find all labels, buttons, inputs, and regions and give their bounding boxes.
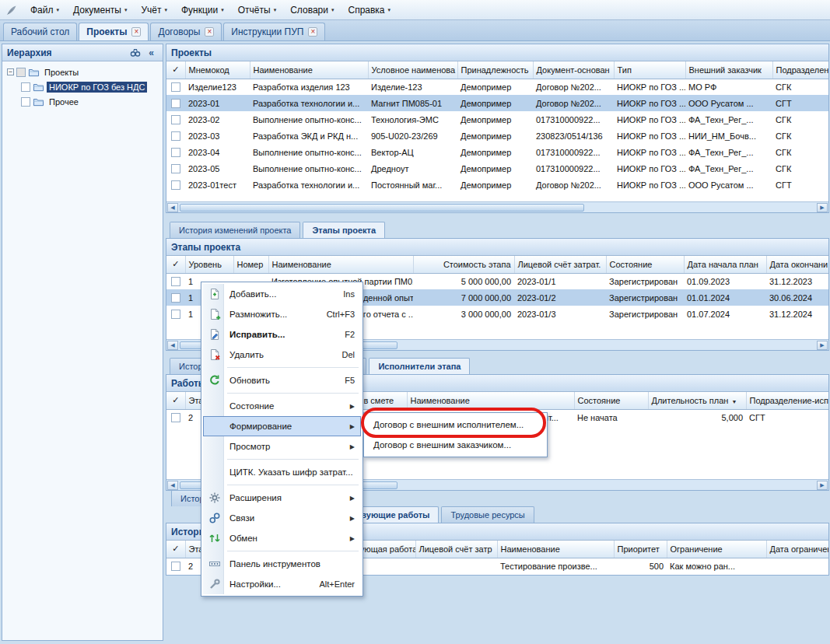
column-header[interactable]: Наименование <box>407 392 574 409</box>
tree-item-0[interactable]: −Проекты <box>2 65 163 79</box>
close-tab-icon[interactable]: × <box>131 27 141 37</box>
menubar-item-documents[interactable]: Документы▾ <box>66 2 134 19</box>
scroll-right-icon[interactable]: ▶ <box>817 203 828 212</box>
column-header[interactable]: Наименование <box>250 61 368 79</box>
scroll-left-icon[interactable]: ◀ <box>167 341 178 350</box>
column-header[interactable]: Дата начала план <box>684 256 766 273</box>
context-menu-item-settings[interactable]: Настройки...Alt+Enter <box>203 574 361 594</box>
row-checkbox[interactable] <box>171 115 180 124</box>
close-tab-icon[interactable]: × <box>308 27 317 37</box>
tab-desktop[interactable]: Рабочий стол <box>3 23 77 40</box>
scroll-left-icon[interactable]: ◀ <box>167 481 178 490</box>
tree-checkbox[interactable] <box>21 82 30 92</box>
tree-item-1[interactable]: НИОКР по ГОЗ без НДС <box>2 79 163 94</box>
row-checkbox[interactable] <box>171 82 180 92</box>
context-menu-item-duplicate[interactable]: Размножить...Ctrl+F3 <box>203 304 361 324</box>
collapse-panel-icon[interactable]: « <box>145 47 158 59</box>
submenu-item-contract-external-customer[interactable]: Договор с внешним заказчиком... <box>366 435 545 455</box>
tree-expander-icon[interactable]: − <box>7 68 14 75</box>
context-menu-item-add[interactable]: Добавить...Ins <box>203 284 361 304</box>
column-header[interactable]: Лицевой счёт затрат. <box>514 256 606 273</box>
row-checkbox[interactable] <box>171 310 180 319</box>
table-row[interactable]: 2023-04Выполнение опытно-конс...Вектор-А… <box>166 144 828 160</box>
row-checkbox[interactable] <box>171 413 180 422</box>
menubar-item-dictionaries[interactable]: Словари▾ <box>283 2 341 19</box>
scroll-left-icon[interactable]: ◀ <box>167 203 178 212</box>
context-menu-item-edit[interactable]: Исправить...F2 <box>203 324 361 345</box>
column-header[interactable]: Наименование <box>268 256 413 273</box>
column-header[interactable]: Номер <box>233 256 268 273</box>
stages-tab-1[interactable]: Этапы проекта <box>303 222 385 238</box>
menubar-item-file[interactable]: Файл▾ <box>23 2 66 19</box>
table-row[interactable]: Изделие123Разработка изделия 123Изделие-… <box>166 79 828 95</box>
context-menu-item-exchange[interactable]: Обмен▶ <box>203 528 361 548</box>
scroll-right-icon[interactable]: ▶ <box>817 481 828 490</box>
column-header[interactable]: Тип <box>614 61 685 79</box>
scroll-right-icon[interactable]: ▶ <box>817 341 828 350</box>
tree-checkbox[interactable] <box>21 97 30 107</box>
menubar-item-functions[interactable]: Функции▾ <box>174 2 231 19</box>
tab-pup-instructions[interactable]: Инструкции ПУП× <box>223 23 325 40</box>
column-header[interactable]: Дата ограничени <box>766 541 828 558</box>
row-checkbox[interactable] <box>171 180 180 190</box>
works-tab-2[interactable]: Исполнители этапа <box>369 358 470 374</box>
tree-checkbox[interactable] <box>16 68 26 77</box>
context-menu-item-toolbar-panel[interactable]: Панель инструментов <box>203 554 361 574</box>
menubar-item-accounting[interactable]: Учёт▾ <box>134 2 174 19</box>
projects-hscrollbar[interactable]: ◀▶ <box>166 201 828 212</box>
row-checkbox[interactable] <box>171 562 180 571</box>
search-icon[interactable] <box>128 47 142 59</box>
bottom-b-tab-1[interactable]: Трудовые ресурсы <box>441 506 534 523</box>
context-menu-item-refresh[interactable]: ОбновитьF5 <box>203 370 361 390</box>
context-menu-item-delete[interactable]: УдалитьDel <box>203 345 361 365</box>
stages-tab-0[interactable]: История изменений проекта <box>170 222 300 238</box>
context-menu-item-extensions[interactable]: Расширения▶ <box>203 488 361 508</box>
column-header[interactable]: Условное наименова <box>368 61 457 79</box>
row-checkbox[interactable] <box>171 277 180 286</box>
context-menu-item-state[interactable]: Состояние▶ <box>203 396 361 416</box>
row-checkbox[interactable] <box>171 148 180 157</box>
tab-projects[interactable]: Проекты× <box>79 23 149 40</box>
context-menu-item-formation[interactable]: Формирование▶ <box>203 416 361 436</box>
select-all-header[interactable]: ✓ <box>166 541 185 558</box>
column-header[interactable]: Мнемокод <box>185 61 250 79</box>
tab-contracts[interactable]: Договоры× <box>150 23 222 40</box>
column-header[interactable]: Подразделение-испо <box>746 392 828 409</box>
column-header[interactable]: Документ-основан <box>533 61 614 79</box>
column-header[interactable]: Подразделение <box>772 61 828 79</box>
close-tab-icon[interactable]: × <box>205 27 214 37</box>
table-row[interactable]: 2023-02Выполнение опытно-конс...Технолог… <box>166 111 828 128</box>
column-header[interactable]: Принадлежность <box>457 61 533 79</box>
menubar-item-reports[interactable]: Отчёты▾ <box>231 2 283 19</box>
scrollbar-thumb[interactable] <box>180 204 584 212</box>
column-header[interactable]: Ограничение <box>667 541 766 558</box>
tree-item-2[interactable]: Прочее <box>2 94 163 109</box>
select-all-header[interactable]: ✓ <box>166 256 185 273</box>
column-header[interactable]: Лицевой счёт затр <box>415 541 497 558</box>
row-checkbox[interactable] <box>171 99 180 108</box>
column-header[interactable]: Длительность план▼ <box>648 392 746 409</box>
column-header[interactable]: Стоимость этапа <box>413 256 514 273</box>
submenu-item-contract-external-executor[interactable]: Договор с внешним исполнителем... <box>366 415 545 435</box>
table-row[interactable]: 2023-01Разработка технологии и...Магнит … <box>166 95 828 111</box>
table-row[interactable]: 2023-05Выполнение опытно-конс...Дредноут… <box>166 160 828 177</box>
select-all-header[interactable]: ✓ <box>166 392 185 409</box>
column-header[interactable]: Дата окончани <box>766 256 828 273</box>
context-menu-item-view[interactable]: Просмотр▶ <box>203 436 361 457</box>
column-header[interactable]: Приоритет <box>614 541 667 558</box>
column-header[interactable]: Уровень <box>185 256 233 273</box>
cell: Разработка ЭКД и РКД н... <box>250 128 368 144</box>
column-header[interactable]: Состояние <box>574 392 648 409</box>
row-checkbox[interactable] <box>171 131 180 141</box>
row-checkbox[interactable] <box>171 164 180 173</box>
context-menu-item-citk-cost-code[interactable]: ЦИТК. Указать шифр затрат... <box>203 462 361 482</box>
column-header[interactable]: Состояние <box>606 256 684 273</box>
table-row[interactable]: 2023-03Разработка ЭКД и РКД н...905-U020… <box>166 128 828 144</box>
column-header[interactable]: Наименование <box>497 541 614 558</box>
table-row[interactable]: 2023-01тестРазработка технологии и...Пос… <box>166 177 828 193</box>
context-menu-item-links[interactable]: Связи▶ <box>203 508 361 528</box>
select-all-header[interactable]: ✓ <box>166 61 185 79</box>
column-header[interactable]: Внешний заказчик <box>685 61 772 79</box>
row-checkbox[interactable] <box>171 293 180 303</box>
menubar-item-help[interactable]: Справка▾ <box>341 2 397 19</box>
